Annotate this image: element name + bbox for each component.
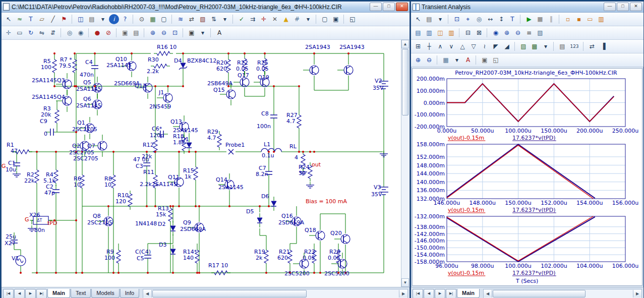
text-mode-icon[interactable]: T [507,14,517,24]
mode-dropdown-icon[interactable]: ▾ [220,14,230,24]
find-icon[interactable]: ◎ [65,28,75,38]
tag-vertical-icon[interactable]: ↕ [496,14,506,24]
grid-dropdown-icon[interactable]: ▾ [303,14,313,24]
zoom-mode-icon[interactable]: ⊡ [452,14,462,24]
tab-text[interactable]: Text [71,289,91,298]
hatch-region-icon[interactable]: ▨ [518,41,529,51]
no-trace-icon[interactable]: ▧ [198,14,208,24]
rotate-icon[interactable]: ↻ [26,28,36,38]
max-graph-icon[interactable]: ⊠ [474,28,484,38]
tab-main[interactable]: Main [457,289,480,298]
point-tag-mode-icon[interactable]: ◎ [474,14,484,24]
scroll-left-icon[interactable]: ◀ [484,290,492,297]
find-next-icon[interactable]: ◉ [76,28,86,38]
legend-entry[interactable]: v(out)-0.15m [448,270,484,276]
page-icon[interactable]: ▤ [557,41,567,51]
schematic-titlebar[interactable]: C:\MC11\DATA\Petrov\Petrov\Radiohobbi\RH… [2,2,409,13]
ruler-icon[interactable]: ▭ [585,14,595,24]
paste-picture-icon[interactable]: ▤ [131,28,141,38]
copy-graph-icon[interactable]: ▣ [480,55,490,65]
panel-default-icon[interactable]: ▤ [413,28,423,38]
minimize-button[interactable]: — [604,3,616,11]
new-page-icon[interactable]: ▢ [320,14,330,24]
swap-plots-icon[interactable]: ⇄ [587,41,597,51]
scroll-right-icon[interactable]: ▶ [399,290,407,297]
page-nav-prev-icon[interactable]: ◀ [14,289,25,298]
info-icon[interactable]: i [109,14,119,24]
graphics-mode-icon[interactable]: ▱ [37,14,47,24]
grid-icon[interactable]: # [292,14,302,24]
stop-icon[interactable]: ■ [535,14,545,24]
schematic-vertical-scrollbar[interactable]: ▲ ▼ [401,40,409,287]
select-rect-icon[interactable]: ▭ [15,28,25,38]
copy-picture-icon[interactable]: ▣ [120,28,130,38]
zoom-out-icon[interactable]: ⊖ [159,28,169,38]
cross-area-icon[interactable]: ✕ [270,14,280,24]
clipboard-icon[interactable]: ▤ [87,14,97,24]
help-icon[interactable]: ? [120,14,130,24]
high-icon[interactable]: △ [457,41,467,51]
schematic-canvas[interactable]: ΔTR16 102SA19432SA1943R5100R7 *79.5C4470… [2,40,401,287]
scroll-up-icon[interactable]: ▲ [401,40,409,48]
scroll-thumb[interactable] [402,49,408,115]
page-nav-first-icon[interactable]: |◀ [413,289,423,298]
stop-icon[interactable]: ● [92,28,102,38]
panel-stack-icon[interactable]: ▥ [446,28,456,38]
graph-properties-icon[interactable]: ▧ [535,28,545,38]
line-mode-icon[interactable]: ╱ [48,14,58,24]
tokens-icon[interactable]: ▪ [574,14,584,24]
analysis-plot-canvas[interactable]: Petrov_RH2007-03M_10kHz-triangle_6ез_ФНЧ… [413,69,641,284]
browse-icon[interactable]: ▦ [148,14,158,24]
find-component-icon[interactable]: ⊙ [137,14,147,24]
add-step-icon[interactable]: ⇉ [248,14,258,24]
cursor-mode-icon[interactable]: ⌖ [463,14,473,24]
clipboard-icon[interactable]: ▤ [424,14,434,24]
cursor-same-x-icon[interactable]: ┼ [424,41,434,51]
align-cursors-icon[interactable]: ⊞ [413,41,423,51]
legend-entry[interactable]: v(out)-0.15m [448,207,484,213]
run-icon[interactable]: ▶ [524,14,534,24]
zoom-in-icon[interactable]: ⊕ [148,28,158,38]
font-icon[interactable]: A [214,28,224,38]
flip-vertical-icon[interactable]: ⇵ [48,28,58,38]
legend-entry[interactable]: v(out)-0.15m [448,135,484,141]
page-nav-next-icon[interactable]: ▶ [25,289,36,298]
schematic-horizontal-scrollbar[interactable]: ◀ ▶ [143,289,408,298]
grid-icon[interactable]: ▦ [441,55,451,65]
zoom-area-icon[interactable]: ⊡ [170,28,180,38]
maximize-button[interactable]: □ [383,3,395,11]
pan-mode-icon[interactable]: ✛ [4,28,14,38]
select-mode-icon[interactable]: ↖ [4,14,14,24]
page-nav-last-icon[interactable]: ▶| [446,289,456,298]
warning-icon[interactable]: ▲ [281,14,291,24]
component-mode-icon[interactable]: ◫ [76,14,86,24]
analysis-horizontal-scrollbar[interactable]: ◀ ▶ [483,289,642,298]
tab-info[interactable]: Info [120,289,139,298]
valley-icon[interactable]: ∨ [446,41,456,51]
border-icon[interactable]: ▣ [331,14,341,24]
scroll-thumb[interactable] [493,290,586,297]
camera-icon[interactable]: ▣ [187,28,197,38]
split-bars-icon[interactable]: ▐ [598,41,608,51]
swap-windows-icon[interactable]: ⇄ [187,14,197,24]
stepping-icon[interactable]: ⇅ [209,14,219,24]
autoscale-icon[interactable]: ≡ [524,28,534,38]
analysis-titlebar[interactable]: Transient Analysis — □ ✕ [411,2,643,13]
font-color-icon[interactable]: A [463,55,473,65]
peak-icon[interactable]: ∧ [435,41,445,51]
maximize-button[interactable]: □ [617,3,629,11]
inflection-icon[interactable]: ≀ [480,41,490,51]
legend-entry[interactable]: 17.6237*v(tPD) [512,207,556,213]
remove-icon[interactable]: ⊘ [103,28,113,38]
pin-connections-icon[interactable]: ✛ [259,14,269,24]
scroll-down-icon[interactable]: ▼ [401,278,409,287]
flag-mode-icon[interactable]: ⚑ [59,14,69,24]
scroll-track[interactable] [401,116,409,278]
low-icon[interactable]: ▽ [469,41,479,51]
hatch-region-alt-icon[interactable]: ▩ [530,41,540,51]
copy-window-icon[interactable]: ◱ [491,55,501,65]
window-tile-icon[interactable]: ◱ [347,14,358,24]
page-nav-prev-icon[interactable]: ◀ [424,289,434,298]
zoom-out-icon[interactable]: ⊖ [513,28,523,38]
enable-check-icon[interactable]: ✓ [237,14,247,24]
